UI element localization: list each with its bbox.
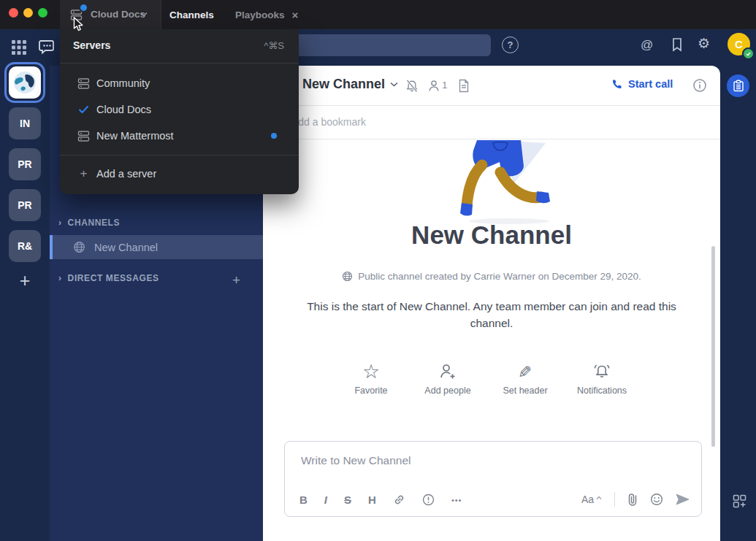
- channels-category-label: CHANNELS: [68, 218, 120, 228]
- muted-bell-icon[interactable]: [405, 79, 419, 93]
- search-input[interactable]: [276, 34, 491, 56]
- close-tab-icon[interactable]: ×: [292, 9, 299, 21]
- start-call-button[interactable]: Start call: [611, 78, 673, 90]
- channel-intro-illustration: [449, 139, 573, 226]
- main-content: New Channel 1: [263, 66, 720, 541]
- favorite-label: Favorite: [331, 385, 411, 396]
- priority-icon[interactable]: [422, 494, 435, 506]
- tab-playbooks[interactable]: Playbooks ×: [235, 0, 298, 29]
- globe-image: [12, 69, 38, 96]
- italic-button[interactable]: I: [324, 494, 327, 506]
- emoji-icon[interactable]: [650, 493, 663, 506]
- direct-messages-category[interactable]: › DIRECT MESSAGES: [58, 273, 159, 283]
- message-input[interactable]: [299, 453, 682, 468]
- add-apps-icon[interactable]: [733, 494, 747, 508]
- menu-item-label: New Mattermost: [96, 130, 174, 142]
- channels-product-icon[interactable]: [38, 37, 58, 57]
- message-composer[interactable]: B I S H ••• Aa: [284, 441, 702, 517]
- channel-intro-title: New Channel: [263, 220, 720, 250]
- online-status-badge: [742, 47, 755, 60]
- team-initials: PR: [18, 158, 31, 170]
- members-icon[interactable]: [427, 79, 440, 93]
- set-header-label: Set header: [485, 385, 565, 396]
- channel-header: New Channel 1: [263, 66, 720, 106]
- team-avatar-globe[interactable]: [9, 66, 41, 99]
- playbooks-app-icon[interactable]: [727, 74, 749, 97]
- plus-icon: +: [77, 166, 90, 181]
- more-formatting-icon[interactable]: •••: [451, 496, 462, 504]
- channel-intro-description: This is the start of New Channel. Any te…: [294, 298, 689, 331]
- app-bar: [720, 66, 756, 541]
- server-icon: [77, 77, 90, 90]
- set-header-button[interactable]: ✎ Set header: [485, 358, 565, 396]
- menu-item-new-mattermost[interactable]: New Mattermost: [60, 123, 299, 149]
- close-window-button[interactable]: [9, 8, 18, 18]
- link-icon[interactable]: [393, 494, 405, 506]
- team-avatar[interactable]: IN: [9, 107, 41, 139]
- help-glyph: ?: [508, 39, 513, 50]
- sidebar-channel-label: New Channel: [94, 242, 158, 253]
- attachment-icon[interactable]: [627, 493, 638, 507]
- composer-right-controls: Aa: [581, 492, 690, 507]
- notifications-button[interactable]: Notifications: [562, 358, 642, 396]
- add-people-button[interactable]: Add people: [408, 358, 488, 396]
- bell-ring-icon: [562, 358, 642, 381]
- team-avatar[interactable]: PR: [9, 189, 41, 221]
- toolbar-divider: [614, 492, 615, 507]
- format-label: Aa: [581, 494, 594, 505]
- channel-info-icon[interactable]: [692, 78, 707, 93]
- star-icon: ☆: [362, 362, 380, 381]
- unread-dot: [271, 133, 277, 139]
- team-avatar[interactable]: R&: [9, 230, 41, 262]
- channel-title-menu[interactable]: New Channel: [302, 77, 398, 92]
- channels-category[interactable]: › CHANNELS: [58, 218, 120, 228]
- server-icon: [77, 130, 90, 142]
- tab-channels[interactable]: Channels: [169, 0, 214, 29]
- mattermost-window: Cloud Docs Channels Playbooks ×: [0, 0, 756, 541]
- member-count: 1: [442, 80, 448, 91]
- formatting-toolbar: B I S H •••: [299, 494, 462, 506]
- send-icon[interactable]: [676, 494, 690, 505]
- sidebar-item-new-channel[interactable]: New Channel: [50, 235, 263, 259]
- team-initials: PR: [18, 199, 31, 211]
- menu-item-cloud-docs[interactable]: Cloud Docs: [60, 96, 299, 123]
- content-scrollbar[interactable]: [711, 246, 715, 447]
- servers-dropdown-menu: Servers ^⌘S Community Cloud Docs: [60, 29, 299, 194]
- heading-button[interactable]: H: [368, 494, 376, 506]
- servers-menu-shortcut: ^⌘S: [264, 40, 284, 51]
- channel-created-text: Public channel created by Carrie Warner …: [358, 271, 641, 282]
- phone-icon: [611, 78, 623, 90]
- dm-category-label: DIRECT MESSAGES: [68, 273, 159, 283]
- tab-channels-label: Channels: [169, 9, 214, 20]
- pencil-icon: ✎: [518, 364, 532, 381]
- add-direct-message-button[interactable]: +: [232, 272, 240, 288]
- favorite-button[interactable]: ☆ Favorite: [331, 358, 411, 396]
- menu-item-community[interactable]: Community: [60, 70, 299, 96]
- bookmark-bar[interactable]: Add a bookmark: [263, 106, 720, 139]
- titlebar: Cloud Docs Channels Playbooks ×: [0, 0, 756, 29]
- add-people-label: Add people: [408, 385, 488, 396]
- chevron-down-icon: [390, 82, 398, 87]
- show-formatting-button[interactable]: Aa: [581, 494, 602, 505]
- add-server-label: Add a server: [96, 168, 156, 180]
- team-avatar[interactable]: PR: [9, 148, 41, 180]
- pinned-file-icon[interactable]: [458, 79, 470, 93]
- avatar-initial: C: [735, 38, 743, 50]
- add-server-menu-item[interactable]: + Add a server: [60, 161, 299, 187]
- add-person-icon: [408, 358, 488, 381]
- saved-posts-icon[interactable]: [671, 37, 684, 53]
- add-bookmark-label[interactable]: Add a bookmark: [291, 116, 366, 128]
- minimize-window-button[interactable]: [23, 8, 33, 18]
- product-switcher-icon[interactable]: [10, 39, 28, 56]
- server-unread-dot: [79, 3, 88, 12]
- recent-mentions-icon[interactable]: @: [641, 38, 653, 53]
- tab-playbooks-label: Playbooks: [235, 9, 285, 20]
- strikethrough-button[interactable]: S: [344, 494, 351, 506]
- help-icon[interactable]: ?: [502, 37, 519, 53]
- start-call-label: Start call: [628, 78, 673, 90]
- settings-gear-icon[interactable]: ⚙: [698, 35, 710, 52]
- menu-divider: [60, 155, 299, 156]
- add-team-button[interactable]: +: [9, 270, 41, 291]
- bold-button[interactable]: B: [299, 494, 308, 506]
- zoom-window-button[interactable]: [38, 8, 47, 18]
